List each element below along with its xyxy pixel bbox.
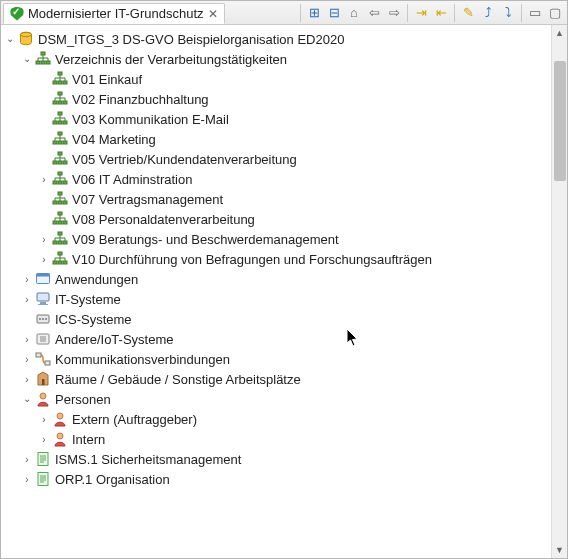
iot-icon [35, 331, 51, 347]
svg-rect-50 [38, 304, 48, 305]
chevron-right-icon[interactable]: › [37, 252, 51, 266]
svg-rect-25 [63, 161, 67, 164]
close-icon[interactable]: ✕ [208, 7, 218, 21]
home-button[interactable]: ⌂ [344, 3, 364, 23]
chevron-right-icon[interactable]: › [37, 432, 51, 446]
net-icon [35, 351, 51, 367]
tree-item-label: DSM_ITGS_3 DS-GVO Beispielorganisation E… [38, 32, 344, 47]
chevron-right-icon[interactable]: › [20, 292, 34, 306]
no-twisty: · [37, 152, 51, 166]
tree-row[interactable]: ·V05 Vertrieb/Kundendatenverarbeitung [3, 149, 551, 169]
org-icon [52, 91, 68, 107]
chevron-right-icon[interactable]: › [20, 272, 34, 286]
tree-row[interactable]: ⌄Verzeichnis der Verarbeitungstätigkeite… [3, 49, 551, 69]
org-icon [52, 111, 68, 127]
svg-rect-12 [58, 101, 62, 104]
tree-view[interactable]: ⌄DSM_ITGS_3 DS-GVO Beispielorganisation … [1, 25, 551, 558]
svg-rect-2 [41, 52, 45, 55]
tree-row[interactable]: ·V08 Personaldatenverarbeitung [3, 209, 551, 229]
chevron-right-icon[interactable]: › [20, 372, 34, 386]
import-button[interactable]: ⤵ [498, 3, 518, 23]
scroll-up-button[interactable]: ▲ [552, 25, 567, 41]
tree-row[interactable]: ›ORP.1 Organisation [3, 469, 551, 489]
home-icon: ⌂ [350, 5, 358, 20]
view-maximize-button[interactable]: ▢ [545, 3, 565, 23]
svg-rect-49 [40, 302, 46, 304]
view-minimize-button[interactable]: ▭ [525, 3, 545, 23]
chevron-right-icon[interactable]: › [20, 472, 34, 486]
collapse-icon: ⊟ [329, 5, 340, 20]
svg-rect-57 [45, 361, 50, 365]
chevron-right-icon[interactable]: › [20, 452, 34, 466]
tree-row[interactable]: ·V02 Finanzbuchhaltung [3, 89, 551, 109]
chevron-right-icon[interactable]: › [20, 352, 34, 366]
tree-row[interactable]: ›Intern [3, 429, 551, 449]
no-twisty: · [20, 312, 34, 326]
shield-icon [10, 7, 24, 21]
org-icon [35, 51, 51, 67]
tree-row[interactable]: ·V07 Vertragsmanagement [3, 189, 551, 209]
tree-item-label: Intern [72, 432, 105, 447]
tree-row[interactable]: ›IT-Systeme [3, 289, 551, 309]
svg-rect-17 [63, 121, 67, 124]
tree-item-label: ISMS.1 Sicherheitsmanagement [55, 452, 241, 467]
link-with-editor-button[interactable]: ⇥ [411, 3, 431, 23]
svg-rect-18 [58, 132, 62, 135]
vertical-scrollbar[interactable]: ▲ ▼ [551, 25, 567, 558]
new-element-button[interactable]: ✎ [458, 3, 478, 23]
chevron-right-icon[interactable]: › [37, 412, 51, 426]
tree-row[interactable]: ›Extern (Auftraggeber) [3, 409, 551, 429]
tree-item-label: IT-Systeme [55, 292, 121, 307]
tree-row[interactable]: ⌄DSM_ITGS_3 DS-GVO Beispielorganisation … [3, 29, 551, 49]
tree-item-label: V02 Finanzbuchhaltung [72, 92, 209, 107]
chevron-right-icon[interactable]: › [37, 232, 51, 246]
tree-row[interactable]: ›V10 Durchführung von Befragungen und Fo… [3, 249, 551, 269]
tree-row[interactable]: ·V01 Einkauf [3, 69, 551, 89]
tree-row[interactable]: ›Andere/IoT-Systeme [3, 329, 551, 349]
tree-row[interactable]: ›V09 Beratungs- und Beschwerdemanagement [3, 229, 551, 249]
chevron-down-icon[interactable]: ⌄ [20, 391, 34, 405]
svg-rect-9 [63, 81, 67, 84]
view-tab[interactable]: Modernisierter IT-Grundschutz ✕ [3, 3, 225, 24]
scroll-down-button[interactable]: ▼ [552, 542, 567, 558]
chevron-down-icon[interactable]: ⌄ [20, 51, 34, 65]
view-tab-title: Modernisierter IT-Grundschutz [28, 6, 204, 21]
tree-item-label: Kommunikationsverbindungen [55, 352, 230, 367]
tree-item-label: Personen [55, 392, 111, 407]
svg-rect-30 [58, 192, 62, 195]
tree-item-label: Anwendungen [55, 272, 138, 287]
back-button[interactable]: ⇦ [364, 3, 384, 23]
tree-row[interactable]: ›ISMS.1 Sicherheitsmanagement [3, 449, 551, 469]
svg-point-60 [57, 413, 63, 419]
collapse-all-button[interactable]: ⊟ [324, 3, 344, 23]
tree-row[interactable]: ·V03 Kommunikation E-Mail [3, 109, 551, 129]
expand-icon: ⊞ [309, 5, 320, 20]
person-icon [35, 391, 51, 407]
svg-rect-48 [37, 293, 49, 301]
scroll-thumb[interactable] [554, 61, 566, 181]
no-twisty: · [37, 192, 51, 206]
tree-row[interactable]: ›Anwendungen [3, 269, 551, 289]
tree-item-label: V10 Durchführung von Befragungen und For… [72, 252, 432, 267]
tree-row[interactable]: ›Kommunikationsverbindungen [3, 349, 551, 369]
forward-button[interactable]: ⇨ [384, 3, 404, 23]
svg-rect-37 [63, 221, 67, 224]
person-icon [52, 431, 68, 447]
tree-row[interactable]: ›Räume / Gebäude / Sonstige Arbeitsplätz… [3, 369, 551, 389]
tree-item-label: ORP.1 Organisation [55, 472, 170, 487]
tree-row[interactable]: ·V04 Marketing [3, 129, 551, 149]
chevron-down-icon[interactable]: ⌄ [3, 31, 17, 45]
chevron-right-icon[interactable]: › [37, 172, 51, 186]
svg-rect-19 [53, 141, 57, 144]
chevron-right-icon[interactable]: › [20, 332, 34, 346]
svg-rect-5 [46, 61, 50, 64]
tree-row[interactable]: ›V06 IT Adminstration [3, 169, 551, 189]
expand-all-button[interactable]: ⊞ [304, 3, 324, 23]
tree-row[interactable]: ⌄Personen [3, 389, 551, 409]
tree-item-label: Extern (Auftraggeber) [72, 412, 197, 427]
tree-row[interactable]: ·ICS-Systeme [3, 309, 551, 329]
link-icon: ⇥ [416, 5, 427, 20]
svg-rect-63 [38, 473, 48, 486]
link-back-button[interactable]: ⇤ [431, 3, 451, 23]
export-button[interactable]: ⤴ [478, 3, 498, 23]
